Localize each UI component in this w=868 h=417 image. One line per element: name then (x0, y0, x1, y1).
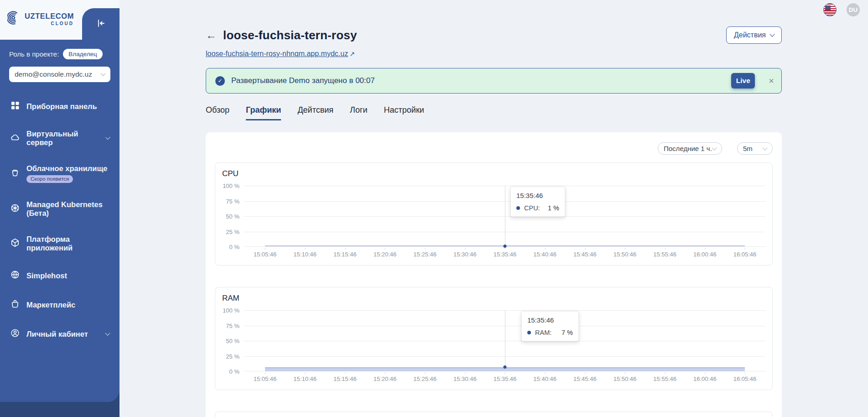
interval-select[interactable]: 5m (737, 142, 773, 155)
tooltip-time: 15:35:46 (527, 316, 573, 324)
bandwidth-chart-card: Bandwidth (215, 412, 773, 417)
sidebar-item-marketplace[interactable]: Маркетплейс (0, 292, 120, 317)
uztelecom-waves-icon (7, 11, 21, 26)
chart-title: RAM (222, 294, 765, 303)
ram-plot-area[interactable]: 15:35:46 RAM: 7 % (244, 310, 765, 371)
close-icon[interactable]: × (769, 76, 774, 85)
cpu-tooltip: 15:35:46 CPU: 1 % (510, 187, 565, 217)
live-button[interactable]: Live (731, 73, 755, 89)
cpu-plot-area[interactable]: 15:35:46 CPU: 1 % (244, 186, 765, 247)
sidebar-item-label: Simplehost (26, 271, 67, 280)
ram-y-axis: 100 % 75 % 50 % 25 % 0 % (222, 310, 244, 371)
sidebar-item-label: Виртуальный сервер (26, 130, 100, 147)
bucket-icon (10, 168, 20, 180)
sidebar-item-label: Личный кабинет (26, 330, 88, 339)
project-select-value: demo@console.mydc.uz (15, 70, 92, 78)
collapse-sidebar-icon (95, 18, 106, 30)
time-range-select[interactable]: Последние 1 ч. (658, 142, 722, 155)
hover-crosshair-line (505, 310, 505, 371)
coming-soon-badge: Скоро появится (26, 175, 73, 183)
deployment-banner: ✓ Развертывание Demo запущено в 00:07 Li… (206, 68, 782, 94)
globe-icon (10, 270, 20, 281)
kubernetes-icon (10, 203, 20, 215)
user-avatar[interactable]: DU (847, 3, 860, 16)
cpu-x-axis: 15:05:46 15:10:46 15:15:46 15:20:46 15:2… (244, 249, 765, 260)
shopping-bag-icon (10, 299, 20, 311)
series-dot-icon (516, 206, 520, 210)
sidebar-collapse-button[interactable] (82, 8, 120, 40)
project-role-row: Роль в проекте: Владелец (9, 49, 110, 59)
sidebar: UZTELECOM CLOUD Роль в проекте: Владелец… (0, 0, 120, 417)
sidebar-item-dashboard[interactable]: Приборная панель (0, 94, 120, 119)
tooltip-time: 15:35:46 (516, 192, 559, 199)
chevron-down-icon (100, 71, 105, 76)
chevron-down-icon (105, 135, 110, 140)
success-check-icon: ✓ (215, 76, 225, 86)
app-url-link[interactable]: loose-fuchsia-tern-rosy-nhnqm.app.mydc.u… (206, 50, 348, 57)
tab-overview[interactable]: Обзор (206, 105, 229, 120)
language-us-flag-icon[interactable] (823, 3, 837, 16)
ram-x-axis: 15:05:46 15:10:46 15:15:46 15:20:46 15:2… (244, 373, 765, 384)
sidebar-nav: Приборная панель Виртуальный сервер (0, 94, 120, 346)
project-select[interactable]: demo@console.mydc.uz (9, 67, 110, 82)
cpu-y-axis: 100 % 75 % 50 % 25 % 0 % (222, 186, 244, 247)
sidebar-item-label: Managed Kubernetes (Бета) (26, 200, 109, 218)
cloud-icon (10, 132, 20, 144)
cpu-hover-point (504, 245, 507, 248)
tab-settings[interactable]: Настройки (384, 105, 424, 120)
role-label: Роль в проекте: (9, 50, 59, 58)
sidebar-item-label: Маркетплейс (26, 301, 75, 309)
main-content: ← loose-fuchsia-tern-rosy Действия loose… (120, 0, 868, 417)
chart-controls: Последние 1 ч. 5m (215, 142, 773, 155)
actions-button[interactable]: Действия (726, 26, 782, 44)
uztelecom-logo: UZTELECOM CLOUD (7, 11, 74, 26)
tab-logs[interactable]: Логи (350, 105, 367, 120)
sidebar-item-label: Приборная панель (26, 102, 97, 111)
tab-bar: Обзор Графики Дейтсвия Логи Настройки (206, 105, 782, 120)
hover-crosshair-line (505, 186, 505, 247)
back-button[interactable]: ← (206, 30, 217, 41)
dashboard-grid-icon (10, 100, 20, 112)
sidebar-item-label: Облачное хранилище (26, 164, 108, 173)
topbar: DU (823, 3, 860, 16)
sidebar-item-virtual-server[interactable]: Виртуальный сервер (0, 123, 120, 153)
role-badge: Владелец (63, 49, 102, 59)
page-title: loose-fuchsia-tern-rosy (223, 28, 357, 42)
chevron-down-icon (762, 145, 767, 150)
sidebar-item-app-platform[interactable]: Платформа приложений (0, 229, 120, 259)
cpu-chart-card: CPU 100 % 75 % 50 % 25 % 0 % (215, 162, 773, 266)
external-link-icon: ↗ (349, 50, 355, 57)
charts-panel: Последние 1 ч. 5m CPU 100 % 75 % 50 % 25… (206, 132, 782, 417)
ram-hover-point (504, 365, 507, 369)
ram-tooltip: 15:35:46 RAM: 7 % (521, 311, 579, 341)
app-link-row: loose-fuchsia-tern-rosy-nhnqm.app.mydc.u… (206, 50, 782, 58)
chevron-down-icon (769, 31, 774, 36)
cube-icon (10, 238, 20, 250)
sidebar-item-personal-account[interactable]: Личный кабинет (0, 322, 120, 346)
logo-title: UZTELECOM (25, 12, 74, 21)
chevron-down-icon (712, 145, 717, 150)
sidebar-header: UZTELECOM CLOUD (0, 0, 120, 40)
sidebar-item-simplehost[interactable]: Simplehost (0, 263, 120, 288)
ram-chart-card: RAM 100 % 75 % 50 % 25 % 0 % (215, 287, 773, 390)
tab-actions[interactable]: Дейтсвия (297, 105, 333, 120)
sidebar-item-label: Платформа приложений (26, 235, 109, 252)
person-circle-icon (10, 328, 20, 340)
series-dot-icon (527, 331, 531, 334)
chart-title: CPU (222, 169, 765, 178)
sidebar-item-cloud-storage[interactable]: Облачное хранилище Скоро появится (0, 158, 120, 189)
sidebar-item-managed-kubernetes[interactable]: Managed Kubernetes (Бета) (0, 194, 120, 224)
logo-subtitle: CLOUD (25, 21, 74, 26)
sidebar-panel: UZTELECOM CLOUD Роль в проекте: Владелец… (0, 0, 120, 402)
page-header: ← loose-fuchsia-tern-rosy Действия (206, 26, 782, 44)
tab-charts[interactable]: Графики (246, 105, 281, 120)
chevron-down-icon (105, 330, 110, 335)
banner-message: Развертывание Demo запущено в 00:07 (231, 76, 375, 85)
